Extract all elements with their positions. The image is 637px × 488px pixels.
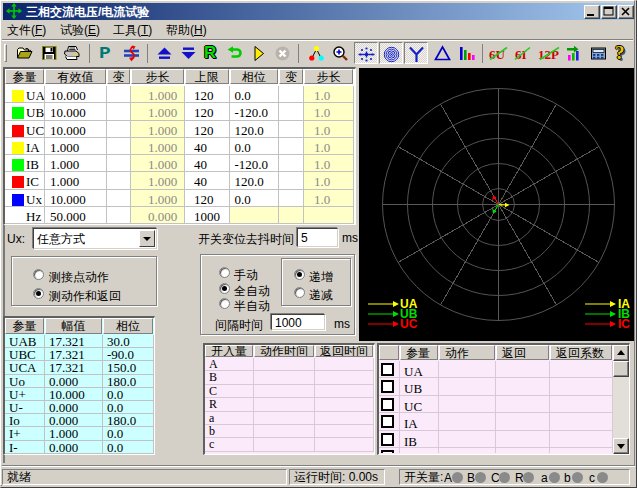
svg-text:IC: IC	[618, 317, 630, 331]
svg-text:UC: UC	[400, 317, 418, 331]
